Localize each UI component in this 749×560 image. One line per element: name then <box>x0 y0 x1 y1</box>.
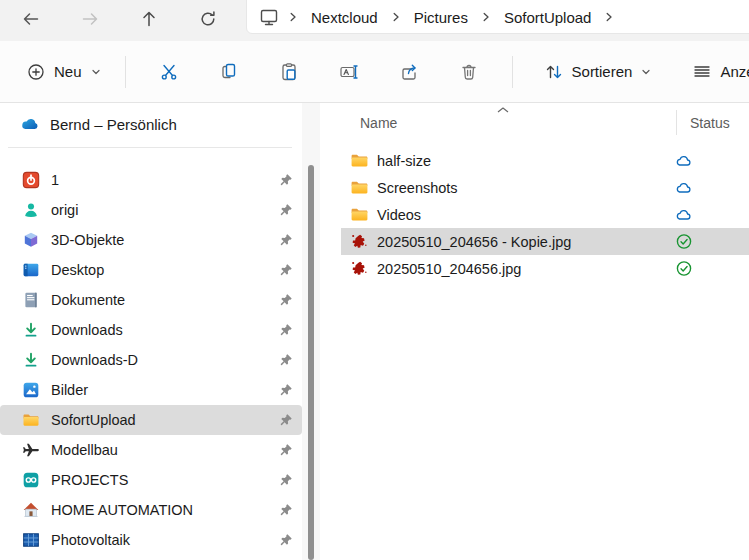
sidebar-item-3d-objekte[interactable]: 3D-Objekte <box>0 225 302 255</box>
pin-icon[interactable] <box>279 263 293 277</box>
share-button[interactable] <box>386 53 432 91</box>
file-name: 20250510_204656.jpg <box>377 261 521 277</box>
breadcrumb-nextcloud[interactable]: Nextcloud <box>303 6 386 29</box>
sidebar-scrollbar-track[interactable] <box>302 103 320 560</box>
sort-button-label: Sortieren <box>572 63 633 80</box>
view-lines-icon <box>692 62 712 82</box>
cut-button[interactable] <box>146 53 192 91</box>
pin-icon[interactable] <box>279 503 293 517</box>
chevron-down-icon <box>90 66 102 78</box>
file-explorer-window: Nextcloud Pictures SofortUpload Neu Sort… <box>0 0 749 560</box>
file-rows: half-size Screenshots Videos 20250510_20… <box>341 147 749 282</box>
back-button[interactable] <box>12 2 50 36</box>
house-icon <box>22 501 40 519</box>
sort-button[interactable]: Sortieren <box>534 55 663 89</box>
paste-button[interactable] <box>266 53 312 91</box>
pin-icon[interactable] <box>279 473 293 487</box>
pin-icon[interactable] <box>279 233 293 247</box>
sidebar-item-projects[interactable]: PROJECTS <box>0 465 302 495</box>
cloud-status-icon[interactable] <box>675 206 693 223</box>
pin-icon[interactable] <box>279 323 293 337</box>
jpg-thumbnail-icon <box>350 233 369 250</box>
command-toolbar: Neu Sortieren Anzeigen <box>0 41 749 103</box>
sidebar-item-onedrive-account[interactable]: Bernd – Persönlich <box>0 108 302 140</box>
sidebar-item-label: Photovoltaik <box>51 532 130 548</box>
file-name: half-size <box>377 153 431 169</box>
sidebar-item-downloads-d[interactable]: Downloads-D <box>0 345 302 375</box>
onedrive-account-label: Bernd – Persönlich <box>50 116 177 133</box>
file-row-jpg[interactable]: 20250510_204656.jpg <box>341 255 749 282</box>
column-divider[interactable] <box>676 110 677 135</box>
folder-icon <box>22 411 40 429</box>
sidebar-item-downloads[interactable]: Downloads <box>0 315 302 345</box>
pin-icon[interactable] <box>279 203 293 217</box>
delete-button[interactable] <box>446 53 492 91</box>
column-header-name[interactable]: Name <box>360 115 397 131</box>
plus-circle-icon <box>26 62 46 82</box>
synced-status-icon[interactable] <box>675 233 693 250</box>
file-name: Videos <box>377 207 421 223</box>
sidebar-item-label: 1 <box>51 172 59 188</box>
forward-button <box>71 2 109 36</box>
up-icon <box>139 9 159 29</box>
sidebar-item-home-automation[interactable]: HOME AUTOMATION <box>0 495 302 525</box>
copy-icon <box>219 62 239 82</box>
sidebar-item-dokumente[interactable]: Dokumente <box>0 285 302 315</box>
pin-icon[interactable] <box>279 353 293 367</box>
chevron-right-icon <box>480 11 492 23</box>
sort-arrows-icon <box>544 62 564 82</box>
file-name: Screenshots <box>377 180 458 196</box>
sidebar-item-origi[interactable]: origi <box>0 195 302 225</box>
power-app-icon <box>22 171 40 189</box>
sidebar-item-photovoltaik[interactable]: Photovoltaik <box>0 525 302 555</box>
sidebar-item-sofortupload[interactable]: SofortUpload <box>0 405 302 435</box>
pin-icon[interactable] <box>279 173 293 187</box>
file-row-kopie-jpg[interactable]: 20250510_204656 - Kopie.jpg <box>341 228 749 255</box>
pin-icon[interactable] <box>279 293 293 307</box>
chevron-right-icon <box>603 11 615 23</box>
file-row-screenshots[interactable]: Screenshots <box>341 174 749 201</box>
sidebar-item-label: Modellbau <box>51 442 118 458</box>
new-button-label: Neu <box>54 63 82 80</box>
chevron-right-icon <box>390 11 402 23</box>
breadcrumb-sofortupload[interactable]: SofortUpload <box>496 6 600 29</box>
chevron-right-icon <box>287 11 299 23</box>
sidebar-item-bilder[interactable]: Bilder <box>0 375 302 405</box>
pin-icon[interactable] <box>279 443 293 457</box>
cloud-status-icon[interactable] <box>675 179 693 196</box>
pin-icon[interactable] <box>279 383 293 397</box>
folder-icon <box>350 179 369 196</box>
sidebar-item-label: Bilder <box>51 382 88 398</box>
paste-icon <box>279 62 299 82</box>
column-header-status[interactable]: Status <box>690 115 730 131</box>
refresh-button[interactable] <box>189 2 227 36</box>
sidebar-pinned-list: 1 origi 3D-Objekte Desktop Dokumente <box>0 165 302 555</box>
pin-icon[interactable] <box>279 533 293 547</box>
sidebar-item-desktop[interactable]: Desktop <box>0 255 302 285</box>
rename-button[interactable] <box>326 53 372 91</box>
view-button-label: Anzeigen <box>720 63 749 80</box>
new-button[interactable]: Neu <box>16 55 112 89</box>
breadcrumb-pictures[interactable]: Pictures <box>406 6 476 29</box>
sidebar-item-1[interactable]: 1 <box>0 165 302 195</box>
onedrive-cloud-icon <box>21 115 39 133</box>
sidebar-item-modellbau[interactable]: Modellbau <box>0 435 302 465</box>
copy-button[interactable] <box>206 53 252 91</box>
monitor-icon <box>259 8 279 26</box>
toolbar-divider <box>125 56 126 88</box>
pin-icon[interactable] <box>279 413 293 427</box>
synced-status-icon[interactable] <box>675 260 693 277</box>
toolbar-divider <box>512 56 513 88</box>
sidebar-scrollbar-thumb[interactable] <box>308 165 314 560</box>
rename-icon <box>339 62 359 82</box>
view-button[interactable]: Anzeigen <box>682 55 749 89</box>
trash-icon <box>459 62 479 82</box>
cloud-status-icon[interactable] <box>675 152 693 169</box>
address-bar[interactable]: Nextcloud Pictures SofortUpload <box>246 0 749 34</box>
file-row-videos[interactable]: Videos <box>341 201 749 228</box>
file-row-half-size[interactable]: half-size <box>341 147 749 174</box>
up-button[interactable] <box>130 2 168 36</box>
document-icon <box>22 291 40 309</box>
sidebar-item-label: Dokumente <box>51 292 125 308</box>
download-icon <box>22 351 40 369</box>
